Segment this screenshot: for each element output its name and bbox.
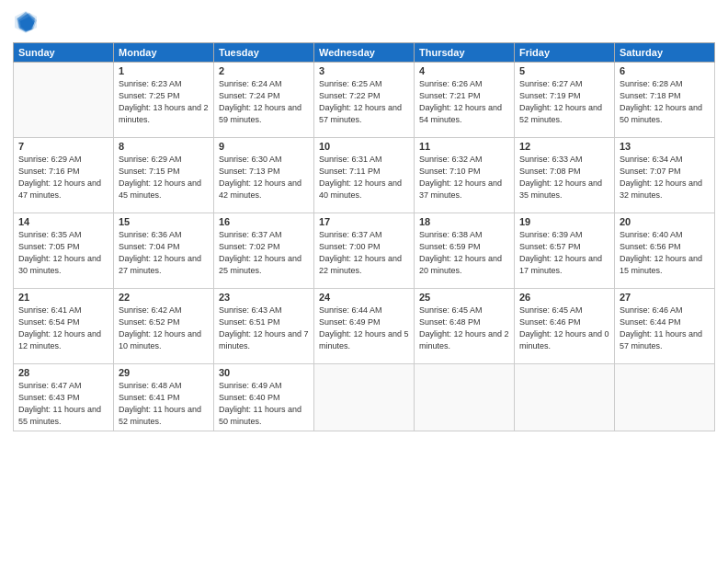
day-number: 11 [419, 141, 509, 152]
day-number: 29 [119, 367, 209, 378]
day-info: Sunrise: 6:32 AM Sunset: 7:10 PM Dayligh… [419, 154, 509, 201]
calendar-cell: 15Sunrise: 6:36 AM Sunset: 7:04 PM Dayli… [114, 213, 214, 289]
weekday-header-monday: Monday [114, 43, 214, 63]
day-info: Sunrise: 6:38 AM Sunset: 6:59 PM Dayligh… [419, 229, 509, 277]
calendar-cell [515, 364, 615, 431]
day-info: Sunrise: 6:29 AM Sunset: 7:16 PM Dayligh… [18, 154, 108, 201]
day-number: 15 [119, 216, 209, 227]
header [13, 9, 715, 35]
day-info: Sunrise: 6:35 AM Sunset: 7:05 PM Dayligh… [18, 229, 108, 277]
day-info: Sunrise: 6:28 AM Sunset: 7:18 PM Dayligh… [620, 78, 710, 126]
calendar-cell: 8Sunrise: 6:29 AM Sunset: 7:15 PM Daylig… [114, 138, 214, 213]
week-row-2: 14Sunrise: 6:35 AM Sunset: 7:05 PM Dayli… [14, 213, 715, 289]
day-number: 4 [419, 65, 509, 76]
week-row-0: 1Sunrise: 6:23 AM Sunset: 7:25 PM Daylig… [14, 63, 715, 138]
day-number: 8 [119, 141, 209, 152]
calendar-cell: 4Sunrise: 6:26 AM Sunset: 7:21 PM Daylig… [415, 63, 515, 138]
day-info: Sunrise: 6:45 AM Sunset: 6:46 PM Dayligh… [519, 304, 609, 352]
calendar-cell: 2Sunrise: 6:24 AM Sunset: 7:24 PM Daylig… [214, 63, 314, 138]
calendar-cell: 12Sunrise: 6:33 AM Sunset: 7:08 PM Dayli… [515, 138, 615, 213]
calendar-cell: 11Sunrise: 6:32 AM Sunset: 7:10 PM Dayli… [415, 138, 515, 213]
day-info: Sunrise: 6:48 AM Sunset: 6:41 PM Dayligh… [119, 380, 209, 428]
weekday-header-row: SundayMondayTuesdayWednesdayThursdayFrid… [14, 43, 715, 63]
calendar-cell: 22Sunrise: 6:42 AM Sunset: 6:52 PM Dayli… [114, 289, 214, 364]
page: SundayMondayTuesdayWednesdayThursdayFrid… [0, 0, 728, 563]
day-number: 7 [18, 141, 108, 152]
calendar-cell: 19Sunrise: 6:39 AM Sunset: 6:57 PM Dayli… [515, 213, 615, 289]
calendar-cell: 30Sunrise: 6:49 AM Sunset: 6:40 PM Dayli… [214, 364, 314, 431]
day-number: 5 [519, 65, 609, 76]
day-number: 19 [519, 216, 609, 227]
calendar-cell: 17Sunrise: 6:37 AM Sunset: 7:00 PM Dayli… [314, 213, 415, 289]
day-info: Sunrise: 6:45 AM Sunset: 6:48 PM Dayligh… [419, 304, 509, 352]
day-number: 23 [219, 292, 309, 303]
calendar-cell: 23Sunrise: 6:43 AM Sunset: 6:51 PM Dayli… [214, 289, 314, 364]
day-info: Sunrise: 6:25 AM Sunset: 7:22 PM Dayligh… [319, 78, 409, 126]
weekday-header-thursday: Thursday [415, 43, 515, 63]
day-number: 13 [620, 141, 710, 152]
calendar: SundayMondayTuesdayWednesdayThursdayFrid… [13, 42, 715, 431]
day-number: 1 [119, 65, 209, 76]
calendar-cell: 10Sunrise: 6:31 AM Sunset: 7:11 PM Dayli… [314, 138, 415, 213]
calendar-cell: 14Sunrise: 6:35 AM Sunset: 7:05 PM Dayli… [14, 213, 114, 289]
day-info: Sunrise: 6:33 AM Sunset: 7:08 PM Dayligh… [519, 154, 609, 201]
day-info: Sunrise: 6:31 AM Sunset: 7:11 PM Dayligh… [319, 154, 409, 201]
day-info: Sunrise: 6:41 AM Sunset: 6:54 PM Dayligh… [18, 304, 108, 352]
calendar-cell: 24Sunrise: 6:44 AM Sunset: 6:49 PM Dayli… [314, 289, 415, 364]
weekday-header-wednesday: Wednesday [314, 43, 415, 63]
calendar-cell: 16Sunrise: 6:37 AM Sunset: 7:02 PM Dayli… [214, 213, 314, 289]
day-number: 12 [519, 141, 609, 152]
day-info: Sunrise: 6:27 AM Sunset: 7:19 PM Dayligh… [519, 78, 609, 126]
logo-icon [13, 9, 39, 35]
day-info: Sunrise: 6:23 AM Sunset: 7:25 PM Dayligh… [119, 78, 209, 126]
day-info: Sunrise: 6:39 AM Sunset: 6:57 PM Dayligh… [519, 229, 609, 277]
day-number: 28 [18, 367, 108, 378]
calendar-cell: 9Sunrise: 6:30 AM Sunset: 7:13 PM Daylig… [214, 138, 314, 213]
day-info: Sunrise: 6:30 AM Sunset: 7:13 PM Dayligh… [219, 154, 309, 201]
day-number: 3 [319, 65, 409, 76]
calendar-cell [615, 364, 715, 431]
day-number: 9 [219, 141, 309, 152]
day-number: 10 [319, 141, 409, 152]
day-number: 22 [119, 292, 209, 303]
calendar-cell: 6Sunrise: 6:28 AM Sunset: 7:18 PM Daylig… [615, 63, 715, 138]
day-info: Sunrise: 6:37 AM Sunset: 7:02 PM Dayligh… [219, 229, 309, 277]
calendar-cell: 26Sunrise: 6:45 AM Sunset: 6:46 PM Dayli… [515, 289, 615, 364]
calendar-cell: 5Sunrise: 6:27 AM Sunset: 7:19 PM Daylig… [515, 63, 615, 138]
day-number: 25 [419, 292, 509, 303]
calendar-cell: 3Sunrise: 6:25 AM Sunset: 7:22 PM Daylig… [314, 63, 415, 138]
day-info: Sunrise: 6:49 AM Sunset: 6:40 PM Dayligh… [219, 380, 309, 428]
calendar-cell: 1Sunrise: 6:23 AM Sunset: 7:25 PM Daylig… [114, 63, 214, 138]
day-number: 27 [620, 292, 710, 303]
calendar-cell [415, 364, 515, 431]
calendar-cell: 25Sunrise: 6:45 AM Sunset: 6:48 PM Dayli… [415, 289, 515, 364]
week-row-4: 28Sunrise: 6:47 AM Sunset: 6:43 PM Dayli… [14, 364, 715, 431]
day-info: Sunrise: 6:36 AM Sunset: 7:04 PM Dayligh… [119, 229, 209, 277]
calendar-cell: 29Sunrise: 6:48 AM Sunset: 6:41 PM Dayli… [114, 364, 214, 431]
week-row-1: 7Sunrise: 6:29 AM Sunset: 7:16 PM Daylig… [14, 138, 715, 213]
calendar-cell: 13Sunrise: 6:34 AM Sunset: 7:07 PM Dayli… [615, 138, 715, 213]
calendar-cell: 27Sunrise: 6:46 AM Sunset: 6:44 PM Dayli… [615, 289, 715, 364]
day-number: 18 [419, 216, 509, 227]
day-number: 14 [18, 216, 108, 227]
day-number: 26 [519, 292, 609, 303]
day-number: 30 [219, 367, 309, 378]
calendar-cell: 18Sunrise: 6:38 AM Sunset: 6:59 PM Dayli… [415, 213, 515, 289]
logo [13, 9, 40, 35]
day-number: 2 [219, 65, 309, 76]
day-info: Sunrise: 6:29 AM Sunset: 7:15 PM Dayligh… [119, 154, 209, 201]
calendar-cell [14, 63, 114, 138]
weekday-header-tuesday: Tuesday [214, 43, 314, 63]
day-number: 21 [18, 292, 108, 303]
day-info: Sunrise: 6:42 AM Sunset: 6:52 PM Dayligh… [119, 304, 209, 352]
calendar-cell: 7Sunrise: 6:29 AM Sunset: 7:16 PM Daylig… [14, 138, 114, 213]
day-info: Sunrise: 6:47 AM Sunset: 6:43 PM Dayligh… [18, 380, 108, 428]
day-number: 6 [620, 65, 710, 76]
week-row-3: 21Sunrise: 6:41 AM Sunset: 6:54 PM Dayli… [14, 289, 715, 364]
day-info: Sunrise: 6:43 AM Sunset: 6:51 PM Dayligh… [219, 304, 309, 352]
day-number: 24 [319, 292, 409, 303]
calendar-cell: 21Sunrise: 6:41 AM Sunset: 6:54 PM Dayli… [14, 289, 114, 364]
weekday-header-saturday: Saturday [615, 43, 715, 63]
day-info: Sunrise: 6:24 AM Sunset: 7:24 PM Dayligh… [219, 78, 309, 126]
calendar-cell [314, 364, 415, 431]
